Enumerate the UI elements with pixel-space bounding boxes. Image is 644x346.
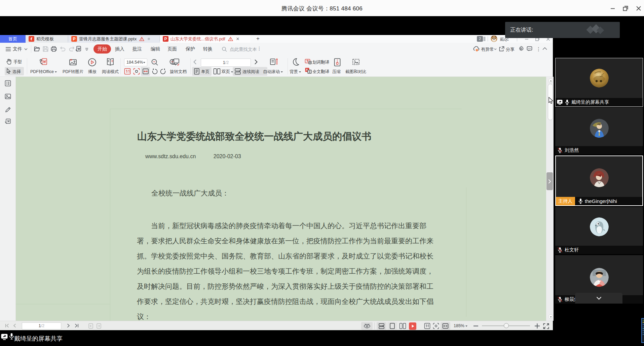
menu-insert[interactable]: 插入 <box>115 46 124 52</box>
tab-docer-templates[interactable]: 稻壳模板 <box>26 35 67 43</box>
pdf-document-area[interactable]: 山东大学党委统战部致全校统一战线广大成员的倡议书 www.sdtz.sdu.ed… <box>16 77 546 321</box>
sync-status-label[interactable]: 有异常 <box>481 46 494 53</box>
reading-mode-icon[interactable] <box>106 58 115 67</box>
word-translate-icon[interactable] <box>305 58 312 65</box>
menu-file[interactable]: 文件 <box>13 46 22 52</box>
compress-label[interactable]: 压缩 <box>332 69 341 75</box>
file-chevron-down-icon[interactable] <box>24 48 28 50</box>
pdf-to-image-label[interactable]: PDF转图片 <box>63 69 84 75</box>
screenshot-compare-label[interactable]: 截图和对比 <box>345 69 367 75</box>
prev-page-status-icon[interactable] <box>13 323 16 328</box>
menu-annotate[interactable]: 批注 <box>132 46 142 52</box>
full-translate-label[interactable]: 全文翻译 <box>312 69 329 75</box>
rotate-document-label[interactable]: 旋转文档 <box>170 69 187 75</box>
double-page-label[interactable]: 双页 <box>222 69 233 75</box>
quickbar-chevron-icon[interactable] <box>85 48 89 51</box>
ribbon-page-input[interactable]: 1/2 <box>201 59 251 67</box>
hand-tool-label[interactable]: 手型 <box>13 59 22 65</box>
collapse-panel-handle[interactable] <box>546 172 553 190</box>
status-fit-page-icon[interactable] <box>433 323 439 329</box>
open-file-icon[interactable] <box>34 46 40 52</box>
scroll-down-button[interactable] <box>548 314 553 319</box>
document-vscrollbar[interactable] <box>546 77 554 321</box>
menu-edit[interactable]: 编辑 <box>151 46 160 52</box>
play-label[interactable]: 播放 <box>88 69 97 75</box>
more-vdots-icon[interactable]: ⋮ <box>536 46 541 52</box>
share-label[interactable]: 分享 <box>506 46 515 53</box>
background-moon-icon[interactable] <box>291 58 300 66</box>
hand-tool-icon[interactable] <box>6 59 12 65</box>
tab-pptx-document[interactable]: P 雷锋月志愿服务主题团课.pptx <box>69 35 159 43</box>
zoom-out-icon[interactable] <box>151 59 158 66</box>
full-translate-icon[interactable] <box>305 67 312 74</box>
next-page-icon[interactable] <box>254 59 258 65</box>
sync-caret-icon[interactable] <box>494 48 497 50</box>
zoom-value-box[interactable]: 184.54% <box>124 59 147 66</box>
export-office-icon[interactable] <box>75 46 82 52</box>
screenshot-compare-icon[interactable] <box>351 58 361 66</box>
sign-panel-icon[interactable] <box>5 106 11 113</box>
menu-protect[interactable]: 保护 <box>186 46 195 52</box>
pdf-to-image-icon[interactable] <box>69 58 77 66</box>
menu-page[interactable]: 页面 <box>167 46 177 52</box>
background-label[interactable]: 背景 <box>290 69 301 75</box>
zoom-minus-icon[interactable] <box>473 325 478 326</box>
meeting-restore-button[interactable] <box>622 5 629 11</box>
reading-mode-label[interactable]: 阅读模式 <box>102 69 119 75</box>
search-icon[interactable] <box>222 46 227 52</box>
menu-start-tab[interactable]: 开始 <box>93 44 111 54</box>
document-count-badge[interactable]: 2 <box>477 36 483 42</box>
participant-tile-screen-share[interactable]: 戴绮呈的屏幕共享 <box>555 58 643 107</box>
comment-bubble-icon[interactable] <box>527 46 532 51</box>
collapse-tiles-button[interactable] <box>575 293 622 304</box>
participant-tile-host-active[interactable]: 主持人 theGinger|Nihi <box>555 155 643 206</box>
double-page-icon[interactable] <box>213 68 221 75</box>
tab-home[interactable]: 首页 <box>0 35 26 43</box>
pdf-to-office-label[interactable]: PDF转Office <box>30 69 57 75</box>
outline-panel-icon[interactable] <box>5 80 11 86</box>
wps-user-avatar[interactable] <box>491 35 497 42</box>
rotate-right-icon[interactable] <box>160 68 167 75</box>
fullscreen-icon[interactable] <box>543 323 549 329</box>
pdf-to-office-icon[interactable] <box>39 58 48 67</box>
save-icon[interactable] <box>43 46 48 52</box>
print-icon[interactable] <box>51 46 57 52</box>
search-input[interactable]: 点此查找文本 <box>230 46 257 53</box>
search-more-icon[interactable]: ⋮ <box>257 46 262 51</box>
scroll-up-button[interactable] <box>548 78 553 83</box>
cloud-sync-warning-icon[interactable] <box>473 46 480 51</box>
word-translate-label[interactable]: 划词翻译 <box>312 60 329 65</box>
zoom-slider-knob[interactable] <box>504 323 509 328</box>
double-view-icon[interactable] <box>399 323 406 329</box>
prev-view-icon[interactable] <box>88 323 93 329</box>
first-page-icon[interactable] <box>5 323 9 328</box>
status-page-input[interactable]: 1/2 <box>22 322 61 330</box>
hamburger-menu-icon[interactable] <box>5 47 11 51</box>
prev-page-icon[interactable] <box>193 59 197 65</box>
meeting-minimize-button[interactable] <box>610 5 616 11</box>
rotate-document-icon[interactable] <box>171 58 181 67</box>
share-icon[interactable] <box>499 46 505 52</box>
zoom-plus-icon[interactable] <box>535 323 540 328</box>
fit-page-icon[interactable] <box>133 68 140 75</box>
menu-convert[interactable]: 转换 <box>203 46 213 52</box>
auto-scroll-icon[interactable] <box>269 58 279 67</box>
tab-pdf-document-active[interactable]: P 山东大学党委统...倡议书.pdf ✕ <box>160 35 250 43</box>
pdf-tab-close-icon[interactable]: ✕ <box>236 36 240 41</box>
redo-icon[interactable] <box>69 46 75 51</box>
undo-icon[interactable] <box>60 46 66 51</box>
collapse-ribbon-icon[interactable] <box>542 47 547 50</box>
last-page-icon[interactable] <box>75 323 79 328</box>
play-icon[interactable] <box>88 58 97 67</box>
participant-tile[interactable]: 杜文轩 <box>555 207 643 254</box>
status-zoom-value[interactable]: 185% <box>454 323 467 328</box>
participant-tile[interactable]: 刘浩然 <box>555 107 643 154</box>
images-panel-icon[interactable] <box>5 93 11 100</box>
actual-size-icon[interactable] <box>124 68 131 75</box>
next-view-icon[interactable] <box>96 323 102 329</box>
auto-scroll-label[interactable]: 自动滚动 <box>263 69 283 75</box>
play-slideshow-button[interactable] <box>409 322 416 330</box>
meeting-close-button[interactable] <box>636 5 642 11</box>
next-page-status-icon[interactable] <box>67 323 70 328</box>
status-actual-size-icon[interactable] <box>424 323 430 329</box>
